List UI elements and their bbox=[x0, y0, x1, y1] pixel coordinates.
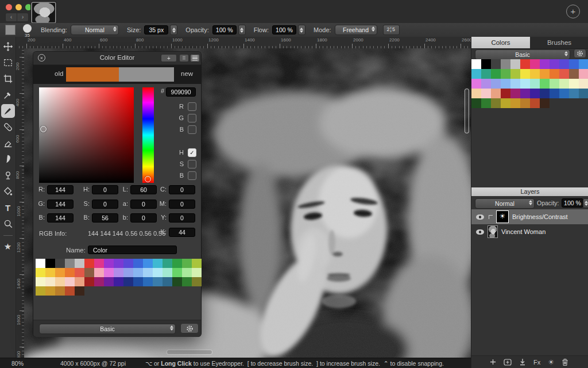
layer-opacity-input[interactable]: 100 % bbox=[562, 198, 583, 208]
add-group-button[interactable] bbox=[504, 359, 512, 366]
field-input[interactable]: 144 bbox=[47, 213, 74, 223]
color-swatch[interactable] bbox=[104, 259, 114, 268]
color-swatch[interactable] bbox=[530, 69, 540, 79]
color-swatch[interactable] bbox=[94, 259, 104, 268]
color-swatch[interactable] bbox=[540, 69, 550, 79]
color-well[interactable] bbox=[5, 25, 16, 35]
color-swatch[interactable] bbox=[550, 89, 559, 98]
forward-button[interactable]: › bbox=[17, 13, 29, 22]
field-input[interactable]: 56 bbox=[92, 213, 118, 223]
flow-stepper[interactable] bbox=[298, 25, 305, 35]
color-swatch[interactable] bbox=[501, 69, 510, 79]
color-swatch[interactable] bbox=[559, 79, 569, 89]
crop-tool[interactable] bbox=[1, 72, 15, 86]
color-swatch[interactable] bbox=[471, 98, 481, 108]
color-swatch[interactable] bbox=[520, 89, 530, 98]
clone-tool[interactable] bbox=[1, 168, 15, 182]
color-name-input[interactable]: Color bbox=[88, 246, 177, 254]
color-swatch[interactable] bbox=[569, 79, 579, 89]
field-input[interactable]: 144 bbox=[47, 185, 74, 194]
color-swatch[interactable] bbox=[501, 98, 510, 108]
color-swatch[interactable] bbox=[530, 98, 540, 108]
color-swatch[interactable] bbox=[540, 89, 550, 98]
opacity-input[interactable]: 100 % bbox=[212, 25, 237, 34]
color-swatch[interactable] bbox=[75, 277, 84, 286]
add-layer-button[interactable] bbox=[490, 359, 496, 365]
color-swatch[interactable] bbox=[471, 59, 481, 69]
color-swatch[interactable] bbox=[520, 79, 530, 89]
color-swatch[interactable] bbox=[45, 286, 55, 296]
color-swatch[interactable] bbox=[133, 259, 143, 268]
color-swatch[interactable] bbox=[510, 98, 520, 108]
color-swatch[interactable] bbox=[182, 277, 192, 286]
color-swatch[interactable] bbox=[65, 286, 75, 296]
color-swatch[interactable] bbox=[501, 79, 510, 89]
color-swatch[interactable] bbox=[569, 89, 579, 98]
sliders-view-button[interactable] bbox=[190, 54, 200, 62]
color-swatch[interactable] bbox=[540, 79, 550, 89]
color-swatch[interactable] bbox=[540, 59, 550, 69]
color-swatch[interactable] bbox=[153, 259, 163, 268]
color-swatch[interactable] bbox=[153, 268, 163, 277]
color-swatch[interactable] bbox=[55, 268, 65, 277]
visibility-eye-icon[interactable] bbox=[476, 229, 484, 235]
color-swatch[interactable] bbox=[491, 98, 501, 108]
add-swatch-button[interactable]: + bbox=[161, 54, 177, 62]
color-swatch[interactable] bbox=[569, 69, 579, 79]
color-swatch[interactable] bbox=[501, 59, 510, 69]
color-swatch[interactable] bbox=[75, 286, 84, 296]
color-swatch[interactable] bbox=[65, 277, 75, 286]
color-swatch[interactable] bbox=[530, 59, 540, 69]
color-swatch[interactable] bbox=[182, 268, 192, 277]
erase-tool[interactable] bbox=[1, 136, 15, 150]
delete-layer-button[interactable] bbox=[562, 358, 568, 366]
color-swatch[interactable] bbox=[579, 59, 588, 69]
field-input[interactable]: 0 bbox=[169, 200, 195, 209]
tab-colors[interactable]: Colors bbox=[471, 37, 530, 48]
color-swatch[interactable] bbox=[172, 268, 182, 277]
color-swatch[interactable] bbox=[55, 259, 65, 268]
color-swatch[interactable] bbox=[559, 89, 569, 98]
color-swatch[interactable] bbox=[104, 277, 114, 286]
palette-settings-button[interactable] bbox=[574, 49, 586, 58]
field-input[interactable]: 60 bbox=[130, 185, 157, 194]
saturation-brightness-picker[interactable] bbox=[39, 87, 134, 183]
picker-cursor[interactable] bbox=[40, 126, 47, 132]
color-swatch[interactable] bbox=[182, 259, 192, 268]
paint-tool[interactable] bbox=[1, 104, 15, 118]
color-swatch[interactable] bbox=[75, 268, 84, 277]
color-swatch[interactable] bbox=[65, 259, 75, 268]
import-button[interactable] bbox=[519, 358, 526, 366]
color-swatch[interactable] bbox=[540, 98, 550, 108]
color-swatch[interactable] bbox=[192, 277, 202, 286]
color-swatch[interactable] bbox=[114, 268, 123, 277]
horizontal-scrollbar[interactable] bbox=[167, 350, 212, 355]
color-swatch[interactable] bbox=[579, 79, 588, 89]
color-swatch[interactable] bbox=[510, 69, 520, 79]
color-swatch[interactable] bbox=[471, 69, 481, 79]
back-button[interactable]: ‹ bbox=[5, 13, 17, 22]
color-swatch[interactable] bbox=[491, 89, 501, 98]
color-swatch[interactable] bbox=[510, 89, 520, 98]
color-swatch[interactable] bbox=[143, 268, 153, 277]
move-tool[interactable] bbox=[1, 40, 15, 53]
color-swatch[interactable] bbox=[530, 79, 540, 89]
color-swatch[interactable] bbox=[84, 277, 94, 286]
color-swatch[interactable] bbox=[143, 259, 153, 268]
layer-row-vincent-woman[interactable]: Vincent Woman bbox=[471, 224, 588, 239]
color-swatch[interactable] bbox=[471, 89, 481, 98]
color-swatch[interactable] bbox=[104, 268, 114, 277]
color-swatch[interactable] bbox=[123, 259, 133, 268]
color-swatch[interactable] bbox=[550, 79, 559, 89]
effects-button[interactable]: Fx bbox=[533, 359, 540, 366]
color-swatch[interactable] bbox=[491, 79, 501, 89]
color-swatch[interactable] bbox=[94, 268, 104, 277]
visibility-eye-icon[interactable] bbox=[476, 214, 484, 220]
color-swatch[interactable] bbox=[143, 277, 153, 286]
color-swatch[interactable] bbox=[45, 268, 55, 277]
color-swatch[interactable] bbox=[559, 59, 569, 69]
color-swatch[interactable] bbox=[491, 69, 501, 79]
layer-row-brightness-contrast[interactable]: ☀ Brightness/Contrast bbox=[471, 209, 588, 224]
eyedropper-tool[interactable] bbox=[1, 88, 15, 102]
color-swatch[interactable] bbox=[84, 259, 94, 268]
